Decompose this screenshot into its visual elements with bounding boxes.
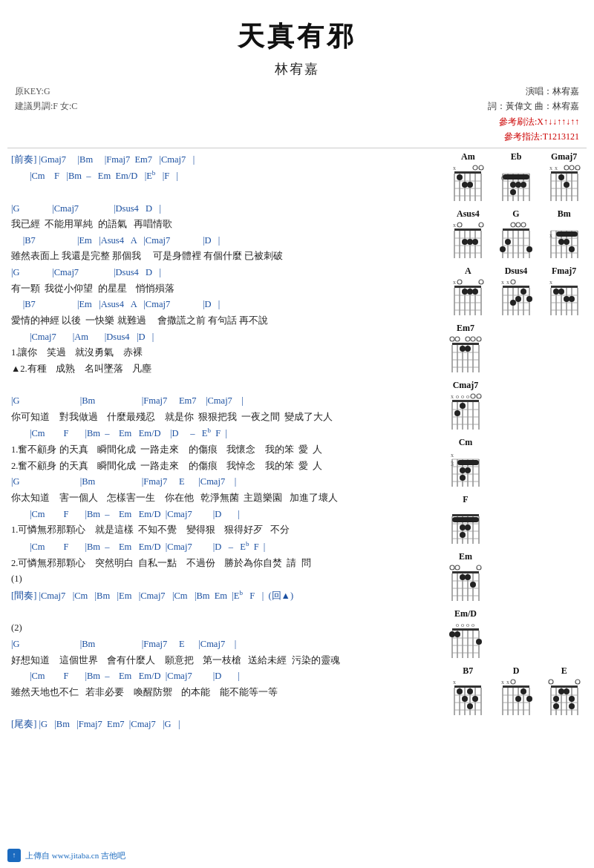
- svg-point-125: [520, 289, 526, 295]
- svg-point-63: [467, 239, 473, 245]
- lyric-line: (1): [11, 571, 438, 587]
- svg-point-143: [569, 296, 575, 302]
- svg-rect-191: [457, 460, 479, 465]
- svg-point-15: [462, 182, 468, 188]
- svg-point-239: [449, 631, 455, 637]
- svg-point-178: [454, 410, 460, 416]
- svg-point-173: [477, 394, 481, 398]
- svg-point-127: [526, 296, 532, 302]
- svg-point-124: [511, 280, 515, 284]
- svg-point-46: [575, 165, 580, 170]
- chord-cm: Cm 3 x: [448, 437, 483, 488]
- svg-point-29: [515, 182, 521, 188]
- svg-point-177: [460, 403, 466, 409]
- svg-rect-205: [452, 517, 479, 522]
- svg-point-79: [516, 223, 520, 227]
- svg-point-224: [470, 582, 476, 588]
- svg-point-275: [549, 680, 553, 684]
- lyrics-section: [前奏] |Gmaj7 |Bm |Fmaj7 Em7 |Cmaj7 | |Cm …: [7, 151, 438, 733]
- chord-am: Am: [451, 151, 485, 203]
- svg-text:x: x: [453, 279, 456, 286]
- svg-text:o: o: [461, 622, 464, 628]
- lyric-line: 我已經 不能用單純 的語氣 再唱情歌: [11, 217, 438, 232]
- meta-left: 原KEY:G 建議男調:F 女:C: [15, 84, 77, 145]
- svg-point-288: [553, 696, 559, 702]
- strum-pattern1: 參考刷法:X↑↓↓↑↑↓↑↑: [488, 114, 579, 129]
- lyric-line: (2): [11, 620, 438, 636]
- svg-point-221: [477, 565, 481, 570]
- svg-point-241: [476, 639, 482, 645]
- footer-text: 上傳自 www.jitaba.cn 吉他吧: [25, 850, 125, 861]
- svg-text:x: x: [549, 279, 552, 286]
- upload-icon: ↑: [7, 849, 21, 862]
- chord-line: |B7 |Em |Asus4 A |Cmaj7 |D |: [11, 297, 438, 312]
- svg-point-208: [460, 532, 466, 538]
- chord-fmaj7: Fmaj7 x: [547, 266, 581, 317]
- svg-point-109: [462, 289, 468, 295]
- chord-b7: B7 x: [451, 665, 485, 717]
- svg-text:x: x: [501, 279, 504, 286]
- svg-point-257: [467, 703, 473, 709]
- svg-point-128: [510, 300, 516, 306]
- svg-text:o: o: [456, 393, 459, 400]
- lyric-line: 有一顆 我從小仰望 的星星 悄悄殞落: [11, 281, 438, 297]
- svg-point-272: [515, 696, 521, 702]
- chord-line: |Cm F |Bm – Em Em/D |Cmaj7 |D |: [11, 668, 438, 684]
- svg-rect-258: [503, 685, 529, 688]
- chord-g: G: [499, 208, 533, 260]
- chord-line: |Cm F |Bm – Em Em/D |Eb |F |: [11, 168, 438, 184]
- suggest-key: 建議男調:F 女:C: [15, 99, 77, 114]
- svg-point-93: [558, 239, 564, 245]
- svg-point-80: [521, 223, 526, 227]
- svg-point-220: [455, 565, 460, 570]
- chord-em7: Em7: [448, 323, 483, 374]
- lyric-line: 1.可憐無邪那顆心 就是這樣 不知不覺 變得狠 狠得好歹 不分: [11, 522, 438, 538]
- svg-text:x: x: [501, 679, 504, 685]
- footer: ↑ 上傳自 www.jitaba.cn 吉他吧: [0, 849, 594, 862]
- svg-point-207: [465, 525, 471, 530]
- chord-bm: Bm x: [547, 208, 581, 260]
- svg-point-10: [473, 165, 477, 170]
- lyric-line: 1.奮不顧身 的天真 瞬間化成 一路走來 的傷痕 我懷念 我的笨 愛 人: [11, 442, 438, 458]
- svg-point-14: [467, 182, 473, 188]
- svg-point-291: [569, 703, 575, 709]
- svg-text:x: x: [451, 452, 454, 458]
- lyric-line: 好想知道 這個世界 會有什麼人 願意把 第一枝槍 送給未經 污染的靈魂: [11, 653, 438, 668]
- chord-line: |G |Bm |Fmaj7 E |Cmaj7 |: [11, 474, 438, 490]
- svg-point-30: [520, 182, 526, 188]
- svg-text:x: x: [453, 222, 456, 228]
- strum-pattern2: 參考指法:T1213121: [488, 129, 579, 144]
- svg-point-240: [454, 631, 460, 637]
- svg-point-11: [479, 165, 483, 170]
- svg-point-192: [460, 467, 466, 473]
- svg-rect-274: [551, 685, 578, 688]
- svg-point-61: [479, 223, 483, 227]
- svg-point-222: [460, 574, 466, 580]
- svg-rect-144: [452, 343, 479, 345]
- chord-line: |Cmaj7 |Am |Dsus4 |D |: [11, 329, 438, 345]
- svg-point-45: [569, 165, 574, 170]
- svg-point-253: [457, 688, 463, 694]
- spacer: [11, 605, 438, 620]
- chord-e: E: [547, 665, 581, 717]
- spacer: [11, 700, 438, 716]
- svg-point-158: [477, 337, 481, 341]
- chord-line: |G |Bm |Fmaj7 Em7 |Cmaj7 |: [11, 393, 438, 409]
- svg-point-287: [564, 688, 569, 694]
- svg-point-110: [467, 289, 473, 295]
- lyric-line: 1.讓你 笑過 就沒勇氣 赤裸: [11, 345, 438, 361]
- svg-point-31: [510, 189, 516, 195]
- svg-point-290: [553, 703, 559, 709]
- meta-right: 演唱：林宥嘉 詞：黃偉文 曲：林宥嘉 參考刷法:X↑↓↓↑↑↓↑↑ 參考指法:T…: [488, 84, 579, 145]
- svg-rect-242: [454, 685, 481, 688]
- svg-point-254: [467, 688, 473, 694]
- svg-point-206: [460, 525, 466, 530]
- lyric-line: 雖然表面上 我還是完整 那個我 可是身體裡 有個什麼 已被刺破: [11, 249, 438, 264]
- page-title: 天真有邪: [7, 11, 587, 59]
- chord-line: |G |Cmaj7 |Dsus4 D |: [11, 201, 438, 217]
- svg-text:o: o: [466, 393, 469, 400]
- svg-point-44: [564, 165, 569, 170]
- chord-line: |Cm F |Bm – Em Em/D |Cmaj7 |D |: [11, 507, 438, 522]
- svg-rect-209: [452, 571, 479, 573]
- singer-name: 林宥嘉: [7, 59, 587, 84]
